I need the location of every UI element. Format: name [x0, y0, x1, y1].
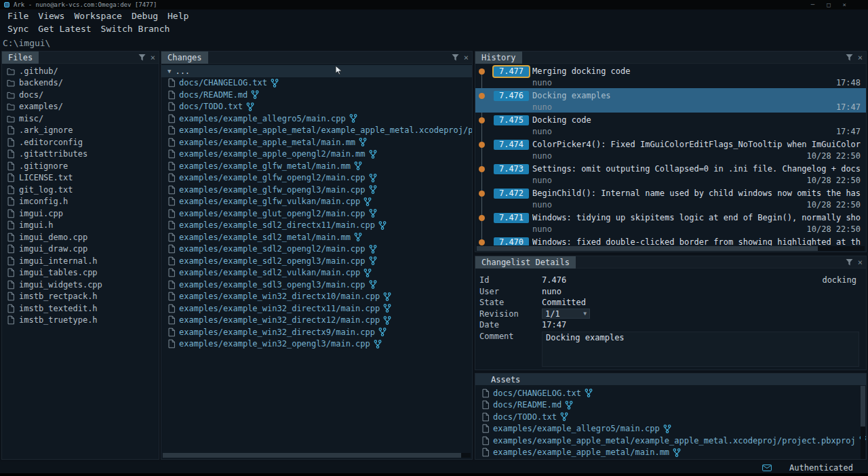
filter-icon[interactable]	[846, 258, 853, 266]
revision-dropdown[interactable]: 1/1 ▼	[542, 309, 590, 319]
changed-file-row[interactable]: examples/example_apple_opengl2/main.mm	[161, 148, 472, 161]
menu-item[interactable]: Workspace	[69, 11, 126, 21]
assets-title: Assets	[491, 375, 520, 384]
changed-file-row[interactable]: examples/example_sdl2_opengl3/main.cpp	[161, 255, 472, 267]
close-icon[interactable]: ×	[858, 54, 863, 62]
file-row[interactable]: imgui.h	[2, 220, 159, 232]
file-row[interactable]: misc/	[2, 113, 159, 125]
history-row[interactable]: 7.470 Windows: fixed double-clicked bord…	[475, 235, 866, 245]
changed-file-row[interactable]: examples/example_sdl2_vulkan/main.cpp	[161, 267, 472, 279]
file-row[interactable]: imgui_tables.cpp	[2, 267, 159, 279]
file-row[interactable]: imgui_demo.cpp	[2, 231, 159, 243]
toolbar-button[interactable]: Switch Branch	[96, 24, 175, 34]
maximize-button[interactable]: □	[827, 1, 830, 8]
file-row[interactable]: git_log.txt	[2, 184, 159, 196]
changed-file-row[interactable]: examples/example_win32_directx10/main.cp…	[161, 291, 472, 303]
file-row[interactable]: .editorconfig	[2, 136, 159, 148]
asset-row[interactable]: examples/example_apple_metal/example_app…	[475, 435, 866, 447]
changed-file-row[interactable]: examples/example_allegro5/main.cpp	[161, 113, 472, 125]
toolbar-button[interactable]: Get Latest	[33, 24, 96, 34]
file-row[interactable]: .gitignore	[2, 160, 159, 172]
close-icon[interactable]: ×	[858, 258, 863, 266]
changed-file-name: examples/example_glfw_opengl2/main.cpp	[179, 173, 366, 182]
filter-icon[interactable]	[846, 54, 853, 61]
changed-file-row[interactable]: examples/example_glfw_metal/main.mm	[161, 160, 472, 172]
expander-icon[interactable]: ▼	[167, 68, 171, 75]
file-row[interactable]: LICENSE.txt	[2, 172, 159, 184]
changeset-title: Docking examples	[532, 90, 866, 102]
toolbar-button[interactable]: Sync	[3, 24, 33, 34]
changed-file-row[interactable]: examples/example_glfw_vulkan/main.cpp	[161, 196, 472, 208]
close-icon[interactable]: ×	[151, 54, 155, 62]
asset-row[interactable]: docs/TODO.txt	[475, 411, 866, 423]
changed-file-row[interactable]: examples/example_glfw_opengl3/main.cpp	[161, 184, 472, 196]
history-row[interactable]: 7.477 Merging docking code nuno 17:48	[475, 64, 866, 88]
horizontal-scrollbar[interactable]	[477, 246, 865, 251]
menu-item[interactable]: Help	[163, 11, 193, 21]
history-row[interactable]: 7.475 Docking code nuno 17:47	[475, 113, 866, 137]
details-panel-tab[interactable]: Changelist Details	[475, 256, 576, 269]
files-panel-tab[interactable]: Files	[2, 52, 39, 64]
file-row[interactable]: docs/	[2, 89, 159, 101]
close-icon[interactable]: ×	[464, 54, 469, 62]
changed-file-row[interactable]: examples/example_win32_opengl3/main.cpp	[161, 338, 472, 351]
changed-file-row[interactable]: examples/example_glfw_opengl2/main.cpp	[161, 172, 472, 184]
changed-file-row[interactable]: examples/example_win32_directx12/main.cp…	[161, 315, 472, 327]
file-row[interactable]: imgui.cpp	[2, 207, 159, 220]
changed-file-row[interactable]: docs/README.md	[161, 89, 472, 101]
horizontal-scrollbar[interactable]	[163, 453, 471, 458]
file-row[interactable]: imconfig.h	[2, 196, 159, 208]
menu-item[interactable]: Views	[33, 11, 69, 21]
asset-row[interactable]: examples/example_apple_metal/main.mm	[475, 447, 866, 459]
file-row[interactable]: imstb_truetype.h	[2, 315, 159, 327]
file-row[interactable]: .gitattributes	[2, 148, 159, 161]
comment-input[interactable]: Docking examples	[542, 332, 859, 367]
filter-icon[interactable]	[452, 54, 459, 61]
file-row[interactable]: examples/	[2, 101, 159, 113]
minimize-button[interactable]: ─	[811, 1, 814, 8]
changed-file-row[interactable]: docs/TODO.txt	[161, 101, 472, 113]
changed-file-row[interactable]: examples/example_sdl2_metal/main.mm	[161, 231, 472, 243]
changed-file-row[interactable]: examples/example_apple_metal/main.mm	[161, 136, 472, 148]
changed-file-row[interactable]: examples/example_sdl2_opengl2/main.cpp	[161, 243, 472, 256]
asset-row[interactable]: examples/example_allegro5/main.cpp	[475, 423, 866, 435]
changed-file-row[interactable]: examples/example_win32_directx11/main.cp…	[161, 302, 472, 315]
menu-item[interactable]: Debug	[127, 11, 163, 21]
vertical-scrollbar[interactable]	[861, 386, 865, 459]
menu-item[interactable]: File	[3, 11, 33, 21]
close-button[interactable]: ×	[843, 1, 846, 8]
history-row[interactable]: 7.474 ColorPicker4(): Fixed ImGuiColorEd…	[475, 137, 866, 161]
changed-file-row[interactable]: examples/example_apple_metal/example_app…	[161, 125, 472, 137]
changed-file-row[interactable]: docs/CHANGELOG.txt	[161, 77, 472, 90]
file-row[interactable]: imstb_rectpack.h	[2, 291, 159, 303]
history-panel-tab[interactable]: History	[475, 52, 522, 64]
history-row[interactable]: 7.476 Docking examples nuno 17:47	[475, 88, 866, 113]
scrollbar-thumb[interactable]	[477, 246, 818, 251]
changed-file-name: examples/example_sdl2_metal/main.mm	[179, 233, 351, 242]
file-icon	[167, 233, 176, 242]
assets-header[interactable]: Assets	[475, 374, 866, 385]
branch-icon	[383, 304, 391, 313]
file-row[interactable]: imgui_widgets.cpp	[2, 279, 159, 291]
history-row[interactable]: 7.472 BeginChild(): Internal name used b…	[475, 186, 866, 210]
history-row[interactable]: 7.473 Settings: omit outputing Collapsed…	[475, 161, 866, 186]
scrollbar-thumb[interactable]	[163, 453, 461, 458]
file-row[interactable]: .ark_ignore	[2, 125, 159, 137]
file-row[interactable]: .github/	[2, 65, 159, 77]
changed-file-row[interactable]: examples/example_sdl3_opengl3/main.cpp	[161, 279, 472, 291]
asset-name: examples/example_apple_metal/main.mm	[493, 448, 669, 457]
file-row[interactable]: imstb_textedit.h	[2, 302, 159, 315]
changes-panel-tab[interactable]: Changes	[161, 52, 208, 64]
file-row[interactable]: imgui_internal.h	[2, 255, 159, 267]
history-row[interactable]: 7.471 Windows: tidying up skipitems logi…	[475, 210, 866, 235]
changed-file-row[interactable]: examples/example_glut_opengl2/main.cpp	[161, 207, 472, 220]
changed-file-row[interactable]: examples/example_sdl2_directx11/main.cpp	[161, 220, 472, 232]
file-row[interactable]: imgui_draw.cpp	[2, 243, 159, 256]
filter-icon[interactable]	[138, 54, 146, 61]
changes-root-row[interactable]: ▼ ...	[161, 65, 472, 77]
asset-row[interactable]: docs/CHANGELOG.txt	[475, 387, 866, 399]
changed-file-row[interactable]: examples/example_win32_directx9/main.cpp	[161, 326, 472, 338]
file-row[interactable]: backends/	[2, 77, 159, 90]
scrollbar-thumb[interactable]	[861, 386, 865, 427]
asset-row[interactable]: docs/README.md	[475, 399, 866, 412]
